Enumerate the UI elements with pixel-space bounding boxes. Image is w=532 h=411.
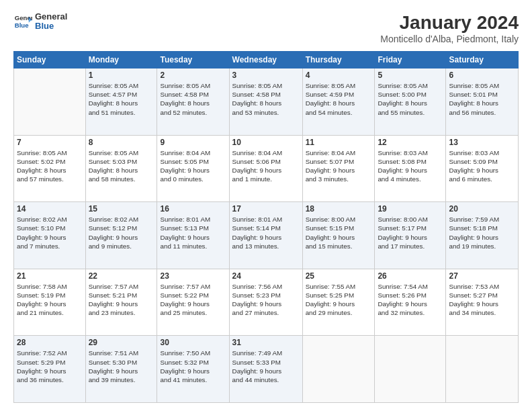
day-number: 17 bbox=[232, 204, 300, 214]
logo-line1: General bbox=[35, 12, 67, 21]
day-header: Monday bbox=[85, 52, 157, 68]
day-number: 26 bbox=[378, 271, 443, 281]
cell-content: Sunrise: 8:05 AM Sunset: 4:58 PM Dayligh… bbox=[160, 81, 226, 117]
day-number: 15 bbox=[89, 204, 154, 214]
calendar-cell: 10Sunrise: 8:04 AM Sunset: 5:06 PM Dayli… bbox=[229, 135, 302, 202]
calendar-week-row: 14Sunrise: 8:02 AM Sunset: 5:10 PM Dayli… bbox=[14, 202, 519, 269]
day-number: 10 bbox=[232, 138, 300, 147]
calendar-cell: 24Sunrise: 7:56 AM Sunset: 5:23 PM Dayli… bbox=[229, 269, 302, 336]
day-header: Thursday bbox=[302, 52, 375, 68]
day-number: 23 bbox=[160, 271, 226, 281]
calendar-cell bbox=[375, 336, 446, 403]
calendar-cell: 30Sunrise: 7:50 AM Sunset: 5:32 PM Dayli… bbox=[157, 336, 229, 403]
day-number: 3 bbox=[232, 71, 300, 80]
calendar-cell: 23Sunrise: 7:57 AM Sunset: 5:22 PM Dayli… bbox=[157, 269, 229, 336]
day-number: 7 bbox=[17, 138, 83, 147]
day-number: 6 bbox=[449, 71, 515, 80]
logo-icon: General Blue bbox=[13, 12, 32, 31]
cell-content: Sunrise: 8:00 AM Sunset: 5:17 PM Dayligh… bbox=[378, 215, 443, 250]
cell-content: Sunrise: 8:03 AM Sunset: 5:08 PM Dayligh… bbox=[378, 148, 443, 184]
calendar-cell: 18Sunrise: 8:00 AM Sunset: 5:15 PM Dayli… bbox=[302, 202, 375, 269]
day-number: 20 bbox=[449, 204, 515, 214]
calendar-cell bbox=[14, 68, 86, 136]
day-number: 11 bbox=[306, 138, 372, 147]
logo: General Blue General Blue bbox=[13, 12, 67, 32]
cell-content: Sunrise: 8:01 AM Sunset: 5:14 PM Dayligh… bbox=[232, 215, 300, 250]
cell-content: Sunrise: 7:56 AM Sunset: 5:23 PM Dayligh… bbox=[232, 282, 300, 318]
calendar-cell: 2Sunrise: 8:05 AM Sunset: 4:58 PM Daylig… bbox=[157, 68, 229, 136]
cell-content: Sunrise: 8:05 AM Sunset: 4:57 PM Dayligh… bbox=[89, 81, 154, 117]
cell-content: Sunrise: 7:54 AM Sunset: 5:26 PM Dayligh… bbox=[378, 282, 443, 318]
cell-content: Sunrise: 8:04 AM Sunset: 5:07 PM Dayligh… bbox=[306, 148, 372, 184]
day-number: 27 bbox=[449, 271, 515, 281]
day-number: 22 bbox=[89, 271, 154, 281]
cell-content: Sunrise: 8:03 AM Sunset: 5:09 PM Dayligh… bbox=[449, 148, 515, 184]
calendar-cell: 25Sunrise: 7:55 AM Sunset: 5:25 PM Dayli… bbox=[302, 269, 375, 336]
calendar-cell: 4Sunrise: 8:05 AM Sunset: 4:59 PM Daylig… bbox=[302, 68, 375, 136]
day-number: 4 bbox=[306, 71, 372, 80]
calendar-cell: 26Sunrise: 7:54 AM Sunset: 5:26 PM Dayli… bbox=[375, 269, 446, 336]
calendar-cell bbox=[302, 336, 375, 403]
cell-content: Sunrise: 8:05 AM Sunset: 5:00 PM Dayligh… bbox=[378, 81, 443, 117]
day-number: 14 bbox=[17, 204, 83, 214]
day-header: Saturday bbox=[446, 52, 519, 68]
calendar-cell: 15Sunrise: 8:02 AM Sunset: 5:12 PM Dayli… bbox=[85, 202, 157, 269]
calendar-header-row: SundayMondayTuesdayWednesdayThursdayFrid… bbox=[14, 52, 519, 68]
cell-content: Sunrise: 8:05 AM Sunset: 4:59 PM Dayligh… bbox=[306, 81, 372, 117]
day-number: 30 bbox=[160, 338, 226, 347]
day-header: Wednesday bbox=[229, 52, 302, 68]
cell-content: Sunrise: 8:04 AM Sunset: 5:05 PM Dayligh… bbox=[160, 148, 226, 184]
calendar-cell: 9Sunrise: 8:04 AM Sunset: 5:05 PM Daylig… bbox=[157, 135, 229, 202]
calendar-cell: 29Sunrise: 7:51 AM Sunset: 5:30 PM Dayli… bbox=[85, 336, 157, 403]
cell-content: Sunrise: 7:57 AM Sunset: 5:21 PM Dayligh… bbox=[89, 282, 154, 318]
day-number: 24 bbox=[232, 271, 300, 281]
calendar-cell: 27Sunrise: 7:53 AM Sunset: 5:27 PM Dayli… bbox=[446, 269, 519, 336]
day-number: 9 bbox=[160, 138, 226, 147]
calendar-cell: 17Sunrise: 8:01 AM Sunset: 5:14 PM Dayli… bbox=[229, 202, 302, 269]
cell-content: Sunrise: 7:50 AM Sunset: 5:32 PM Dayligh… bbox=[160, 349, 226, 384]
calendar-cell: 28Sunrise: 7:52 AM Sunset: 5:29 PM Dayli… bbox=[14, 336, 86, 403]
day-header: Tuesday bbox=[157, 52, 229, 68]
day-number: 21 bbox=[17, 271, 83, 281]
calendar-cell: 14Sunrise: 8:02 AM Sunset: 5:10 PM Dayli… bbox=[14, 202, 86, 269]
main-title: January 2024 bbox=[380, 12, 519, 34]
day-number: 29 bbox=[89, 338, 154, 347]
calendar-cell: 16Sunrise: 8:01 AM Sunset: 5:13 PM Dayli… bbox=[157, 202, 229, 269]
calendar-cell: 31Sunrise: 7:49 AM Sunset: 5:33 PM Dayli… bbox=[229, 336, 302, 403]
cell-content: Sunrise: 8:05 AM Sunset: 5:02 PM Dayligh… bbox=[17, 148, 83, 184]
header: General Blue General Blue January 2024 M… bbox=[13, 12, 519, 44]
day-number: 18 bbox=[306, 204, 372, 214]
calendar-cell: 12Sunrise: 8:03 AM Sunset: 5:08 PM Dayli… bbox=[375, 135, 446, 202]
calendar-cell: 11Sunrise: 8:04 AM Sunset: 5:07 PM Dayli… bbox=[302, 135, 375, 202]
calendar-cell: 3Sunrise: 8:05 AM Sunset: 4:58 PM Daylig… bbox=[229, 68, 302, 136]
day-number: 19 bbox=[378, 204, 443, 214]
cell-content: Sunrise: 7:58 AM Sunset: 5:19 PM Dayligh… bbox=[17, 282, 83, 318]
calendar-week-row: 28Sunrise: 7:52 AM Sunset: 5:29 PM Dayli… bbox=[14, 336, 519, 403]
page: General Blue General Blue January 2024 M… bbox=[0, 0, 532, 411]
cell-content: Sunrise: 7:52 AM Sunset: 5:29 PM Dayligh… bbox=[17, 349, 83, 384]
day-number: 28 bbox=[17, 338, 83, 347]
day-number: 13 bbox=[449, 138, 515, 147]
cell-content: Sunrise: 8:05 AM Sunset: 5:01 PM Dayligh… bbox=[449, 81, 515, 117]
cell-content: Sunrise: 7:59 AM Sunset: 5:18 PM Dayligh… bbox=[449, 215, 515, 250]
cell-content: Sunrise: 8:00 AM Sunset: 5:15 PM Dayligh… bbox=[306, 215, 372, 250]
day-number: 31 bbox=[232, 338, 300, 347]
calendar-cell: 20Sunrise: 7:59 AM Sunset: 5:18 PM Dayli… bbox=[446, 202, 519, 269]
calendar-cell: 22Sunrise: 7:57 AM Sunset: 5:21 PM Dayli… bbox=[85, 269, 157, 336]
calendar-cell: 19Sunrise: 8:00 AM Sunset: 5:17 PM Dayli… bbox=[375, 202, 446, 269]
cell-content: Sunrise: 8:05 AM Sunset: 5:03 PM Dayligh… bbox=[89, 148, 154, 184]
cell-content: Sunrise: 8:02 AM Sunset: 5:10 PM Dayligh… bbox=[17, 215, 83, 250]
calendar-cell: 13Sunrise: 8:03 AM Sunset: 5:09 PM Dayli… bbox=[446, 135, 519, 202]
calendar-week-row: 21Sunrise: 7:58 AM Sunset: 5:19 PM Dayli… bbox=[14, 269, 519, 336]
svg-text:Blue: Blue bbox=[15, 21, 29, 29]
calendar-cell: 7Sunrise: 8:05 AM Sunset: 5:02 PM Daylig… bbox=[14, 135, 86, 202]
calendar-week-row: 7Sunrise: 8:05 AM Sunset: 5:02 PM Daylig… bbox=[14, 135, 519, 202]
cell-content: Sunrise: 8:02 AM Sunset: 5:12 PM Dayligh… bbox=[89, 215, 154, 250]
day-number: 5 bbox=[378, 71, 443, 80]
day-number: 25 bbox=[306, 271, 372, 281]
calendar: SundayMondayTuesdayWednesdayThursdayFrid… bbox=[13, 51, 519, 403]
logo-line2: Blue bbox=[35, 21, 67, 31]
cell-content: Sunrise: 8:05 AM Sunset: 4:58 PM Dayligh… bbox=[232, 81, 300, 117]
day-header: Sunday bbox=[14, 52, 86, 68]
sub-title: Monticello d'Alba, Piedmont, Italy bbox=[380, 34, 519, 44]
